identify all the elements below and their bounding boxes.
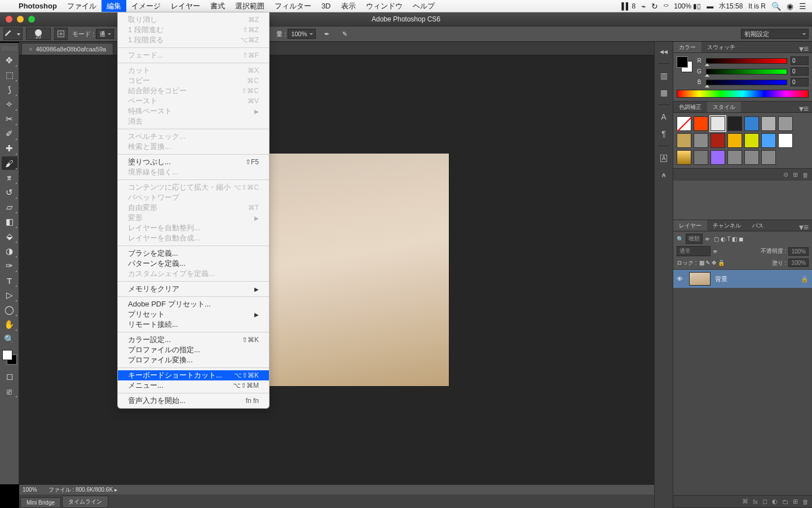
- foreground-color[interactable]: [2, 350, 12, 360]
- app-name[interactable]: Photoshop: [14, 0, 62, 12]
- delete-style-icon[interactable]: 🗑: [802, 172, 809, 178]
- layer-thumbnail[interactable]: [689, 272, 710, 286]
- menu-item[interactable]: プリセット▶: [118, 309, 269, 319]
- user-menu[interactable]: It is R: [748, 2, 766, 10]
- eyedropper-tool[interactable]: ✐: [2, 127, 17, 141]
- stamp-tool[interactable]: ⌆: [2, 171, 17, 185]
- g-input[interactable]: [791, 67, 809, 76]
- style-swatch[interactable]: [761, 133, 776, 148]
- layer-fx-icon[interactable]: fx: [753, 498, 758, 505]
- b-slider[interactable]: [706, 80, 787, 85]
- spotlight-icon[interactable]: 🔍: [771, 2, 781, 11]
- eraser-tool[interactable]: ▱: [2, 200, 17, 214]
- clock[interactable]: 水 15:58: [719, 1, 743, 11]
- path-select-tool[interactable]: ▷: [2, 288, 17, 302]
- input-source[interactable]: ▬: [707, 2, 713, 10]
- panel-menu-icon[interactable]: ▾≡: [796, 102, 812, 112]
- siri-icon[interactable]: ◉: [787, 2, 793, 11]
- style-swatch[interactable]: [694, 150, 708, 165]
- menu-item[interactable]: 塗りつぶし...⇧F5: [118, 157, 269, 167]
- style-swatch[interactable]: [727, 116, 742, 131]
- char-style-icon[interactable]: A: [657, 152, 670, 164]
- style-swatch[interactable]: [710, 133, 725, 148]
- style-swatch[interactable]: [744, 116, 759, 131]
- zoom-level[interactable]: 100%: [23, 487, 37, 493]
- menu-item[interactable]: メニュー...⌥⇧⌘M: [118, 380, 269, 391]
- brush-panel-toggle[interactable]: [54, 28, 68, 40]
- style-swatch[interactable]: [778, 133, 793, 148]
- crop-tool[interactable]: ✂: [2, 112, 17, 126]
- layer-name[interactable]: 背景: [715, 275, 727, 283]
- style-swatch[interactable]: [677, 133, 691, 148]
- tab-mini-bridge[interactable]: Mini Bridge: [20, 497, 61, 508]
- fill-field[interactable]: 100%: [788, 259, 809, 267]
- menu-ファイル[interactable]: ファイル: [62, 0, 102, 12]
- workspace-switcher[interactable]: 初期設定: [741, 29, 809, 39]
- control-center-icon[interactable]: ☰: [799, 2, 806, 11]
- style-swatch[interactable]: [710, 150, 725, 165]
- style-swatch[interactable]: [778, 116, 793, 131]
- dock-expand-icon[interactable]: ◂◂: [657, 45, 670, 58]
- panel-menu-icon[interactable]: ▾≡: [796, 42, 812, 52]
- style-swatch[interactable]: [761, 116, 776, 131]
- menu-書式[interactable]: 書式: [205, 0, 230, 12]
- tab-styles[interactable]: スタイル: [707, 102, 741, 112]
- tab-timeline[interactable]: タイムライン: [62, 496, 108, 508]
- layer-filter-kind[interactable]: 種類: [686, 234, 703, 244]
- airbrush-toggle[interactable]: ✒: [320, 28, 334, 40]
- menu-ヘルプ[interactable]: ヘルプ: [408, 0, 440, 12]
- battery-status[interactable]: 100% ▮▯: [674, 2, 701, 10]
- tab-paths[interactable]: パス: [747, 220, 769, 231]
- tab-adjustments[interactable]: 色調補正: [673, 102, 707, 112]
- panel-grip[interactable]: [2, 46, 16, 51]
- character-icon[interactable]: A: [657, 111, 670, 123]
- marquee-tool[interactable]: ⬚: [2, 68, 17, 82]
- tab-layers[interactable]: レイヤー: [673, 220, 707, 231]
- shape-tool[interactable]: ◯: [2, 303, 17, 317]
- menu-選択範囲[interactable]: 選択範囲: [230, 0, 270, 12]
- document-tab[interactable]: × 460986a8e08b0afcaa59a: [21, 43, 113, 55]
- tool-preset-picker[interactable]: [3, 28, 23, 40]
- brush-tool[interactable]: 🖌: [2, 156, 17, 170]
- traffic-lights[interactable]: [0, 16, 35, 23]
- menu-item[interactable]: プロファイル変換...: [118, 355, 269, 365]
- menu-item[interactable]: ブラシを定義...: [118, 248, 269, 259]
- screen-mode-toggle[interactable]: ⎚: [2, 384, 17, 398]
- history-brush-tool[interactable]: ↺: [2, 186, 17, 199]
- time-machine-icon[interactable]: ↻: [651, 2, 658, 11]
- tab-channels[interactable]: チャンネル: [707, 220, 747, 231]
- move-tool[interactable]: ✥: [2, 54, 17, 67]
- menu-レイヤー[interactable]: レイヤー: [166, 0, 205, 12]
- panel-menu-icon[interactable]: ▾≡: [796, 220, 812, 231]
- new-style-icon[interactable]: ⊞: [793, 171, 798, 178]
- gradient-tool[interactable]: ◧: [2, 215, 17, 229]
- style-swatch[interactable]: [744, 150, 759, 165]
- pen-tool[interactable]: ✑: [2, 259, 17, 273]
- type-tool[interactable]: T: [2, 274, 17, 287]
- menu-item[interactable]: パターンを定義...: [118, 259, 269, 269]
- menu-イメージ[interactable]: イメージ: [126, 0, 166, 12]
- hand-tool[interactable]: ✋: [2, 318, 17, 331]
- blend-mode-select[interactable]: 通常: [677, 246, 710, 256]
- color-swatches[interactable]: [0, 350, 19, 369]
- style-swatch[interactable]: [710, 116, 725, 131]
- style-swatch[interactable]: [694, 133, 708, 148]
- color-swatch-stack[interactable]: [677, 56, 692, 79]
- style-swatch[interactable]: [694, 116, 708, 131]
- r-slider[interactable]: [706, 58, 787, 64]
- menu-表示[interactable]: 表示: [336, 0, 361, 12]
- quick-select-tool[interactable]: ✧: [2, 98, 17, 111]
- menu-item[interactable]: メモリをクリア▶: [118, 284, 269, 294]
- file-info[interactable]: ファイル : 800.6K/800.6K: [48, 486, 113, 494]
- r-input[interactable]: [791, 56, 809, 65]
- flow-field[interactable]: 100%: [288, 29, 315, 39]
- adjustment-layer-icon[interactable]: ◐: [772, 498, 778, 505]
- style-swatch[interactable]: [744, 133, 759, 148]
- blur-tool[interactable]: ⬙: [2, 230, 17, 243]
- tablet-pressure-toggle[interactable]: ✎: [338, 28, 352, 40]
- histogram-icon[interactable]: ▥: [657, 69, 670, 82]
- close-window-icon[interactable]: [6, 16, 12, 23]
- delete-layer-icon[interactable]: 🗑: [802, 498, 809, 505]
- g-slider[interactable]: [706, 69, 787, 75]
- lasso-tool[interactable]: ⟆: [2, 83, 17, 97]
